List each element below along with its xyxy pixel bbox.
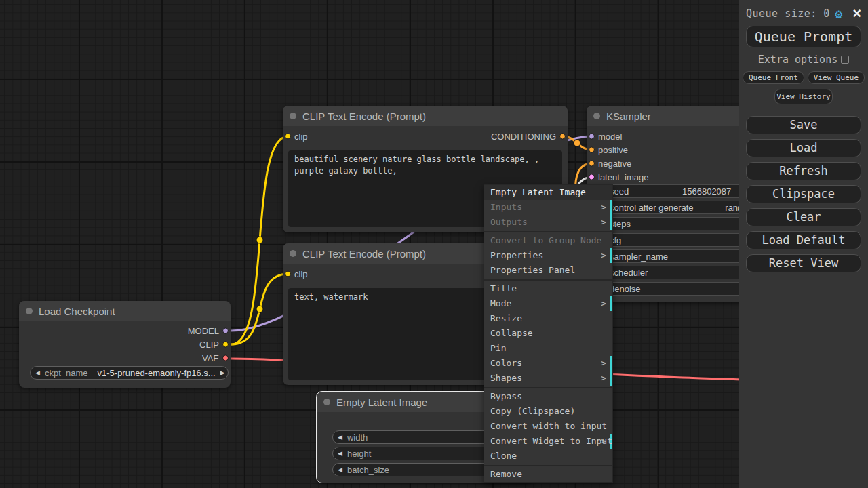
close-icon[interactable]: × bbox=[852, 6, 861, 21]
link-dot bbox=[256, 306, 263, 312]
output-slot-clip[interactable]: CLIP bbox=[19, 338, 231, 351]
output-slot-model[interactable]: MODEL bbox=[19, 324, 231, 338]
menu-separator bbox=[484, 465, 612, 466]
widget-value: v1-5-pruned-emaonly-fp16.s... bbox=[98, 368, 216, 378]
collapse-dot-icon[interactable] bbox=[26, 308, 33, 314]
input-slot-dot[interactable] bbox=[589, 134, 595, 140]
submenu-arrow-icon: > bbox=[601, 215, 606, 230]
collapse-dot-icon[interactable] bbox=[593, 113, 600, 119]
collapse-dot-icon[interactable] bbox=[323, 399, 330, 405]
input-slot-label: clip bbox=[294, 131, 308, 142]
widget-label: scheduler bbox=[610, 268, 648, 278]
collapse-dot-icon[interactable] bbox=[290, 250, 296, 257]
menu-item-properties-panel[interactable]: Properties Panel bbox=[484, 263, 612, 278]
node-title: Load Checkpoint bbox=[39, 306, 115, 317]
menu-item-inputs: Inputs> bbox=[484, 200, 612, 215]
link-dot bbox=[574, 140, 580, 146]
load-default-button[interactable]: Load Default bbox=[746, 231, 861, 249]
menu-item-clone[interactable]: Clone bbox=[484, 449, 612, 464]
menu-separator bbox=[484, 279, 612, 281]
menu-item-mode[interactable]: Mode> bbox=[484, 296, 612, 311]
menu-item-bypass[interactable]: Bypass bbox=[484, 389, 612, 404]
queue-front-button[interactable]: Queue Front bbox=[743, 71, 804, 84]
input-slot-clip[interactable] bbox=[285, 271, 291, 277]
input-slot-dot[interactable] bbox=[589, 174, 595, 180]
view-history-button[interactable]: View History bbox=[774, 89, 833, 104]
output-slot-conditioning[interactable] bbox=[559, 134, 566, 140]
menu-item-resize[interactable]: Resize bbox=[484, 311, 612, 326]
menu-item-shapes[interactable]: Shapes> bbox=[484, 371, 612, 386]
submenu-arrow-icon: > bbox=[601, 356, 606, 371]
decrement-arrow-icon[interactable]: ◀ bbox=[31, 369, 45, 376]
widget-label: denoise bbox=[610, 284, 641, 294]
node-title-bar[interactable]: CLIP Text Encode (Prompt) bbox=[283, 106, 568, 126]
load-button[interactable]: Load bbox=[746, 139, 861, 157]
node-title: CLIP Text Encode (Prompt) bbox=[302, 110, 426, 122]
menu-item-colors[interactable]: Colors> bbox=[484, 356, 612, 371]
submenu-arrow-icon: > bbox=[601, 434, 606, 449]
view-queue-button[interactable]: View Queue bbox=[808, 71, 865, 84]
node-title-bar[interactable]: Load Checkpoint bbox=[19, 301, 231, 321]
node-context-menu: Empty Latent Image Inputs>Outputs>Conver… bbox=[484, 184, 613, 483]
queue-size-label: Queue size: 0 bbox=[746, 7, 830, 20]
save-button[interactable]: Save bbox=[746, 116, 861, 134]
widget-label: control after generate bbox=[610, 203, 694, 213]
menu-item-outputs: Outputs> bbox=[484, 215, 612, 230]
decrement-arrow-icon[interactable]: ◀ bbox=[333, 434, 347, 441]
widget-label: width bbox=[347, 432, 368, 443]
input-slot-label: clip bbox=[294, 269, 308, 279]
decrement-arrow-icon[interactable]: ◀ bbox=[333, 450, 347, 457]
widget-label: sampler_name bbox=[610, 251, 668, 262]
context-menu-title: Empty Latent Image bbox=[484, 185, 612, 200]
clipspace-button[interactable]: Clipspace bbox=[746, 185, 861, 203]
refresh-button[interactable]: Refresh bbox=[746, 162, 861, 180]
submenu-arrow-icon: > bbox=[601, 371, 606, 386]
menu-separator bbox=[484, 231, 612, 232]
node-load-checkpoint[interactable]: Load Checkpoint MODELCLIPVAE ◀ ckpt_name… bbox=[19, 301, 231, 388]
menu-item-convert-width-to-input[interactable]: Convert width to input bbox=[484, 419, 612, 434]
link-dot bbox=[256, 237, 263, 243]
menu-item-title[interactable]: Title bbox=[484, 281, 612, 296]
node-graph-canvas[interactable]: CLIP Text Encode (Prompt) clip CONDITION… bbox=[0, 0, 868, 488]
node-title: KSampler bbox=[606, 110, 651, 122]
reset-view-button[interactable]: Reset View bbox=[746, 254, 861, 272]
input-slot-dot[interactable] bbox=[589, 147, 595, 153]
menu-separator bbox=[484, 387, 612, 388]
input-slot-label: latent_image bbox=[598, 172, 648, 182]
clear-button[interactable]: Clear bbox=[746, 208, 861, 226]
menu-item-collapse[interactable]: Collapse bbox=[484, 326, 612, 341]
gear-icon[interactable]: ⚙ bbox=[835, 7, 842, 20]
output-slot-dot[interactable] bbox=[222, 328, 229, 334]
comfy-menu-panel: Queue size: 0 ⚙ × Queue Prompt Extra opt… bbox=[739, 0, 868, 488]
output-slot-label: CLIP bbox=[199, 340, 219, 350]
widget-label: ckpt_name bbox=[45, 368, 88, 378]
extra-options-checkbox[interactable] bbox=[841, 56, 849, 64]
output-slot-label: VAE bbox=[202, 353, 219, 363]
output-slot-vae[interactable]: VAE bbox=[19, 351, 231, 365]
decrement-arrow-icon[interactable]: ◀ bbox=[333, 466, 347, 473]
extra-options-label: Extra options bbox=[758, 54, 837, 66]
menu-item-convert-widget-to-input[interactable]: Convert Widget to Input> bbox=[484, 434, 612, 449]
widget-label: height bbox=[347, 449, 371, 459]
queue-prompt-button[interactable]: Queue Prompt bbox=[746, 26, 861, 47]
menu-item-properties[interactable]: Properties> bbox=[484, 248, 612, 263]
ckpt-name-widget[interactable]: ◀ ckpt_name v1-5-pruned-emaonly-fp16.s..… bbox=[30, 366, 229, 380]
submenu-arrow-icon: > bbox=[601, 248, 606, 263]
menu-item-pin[interactable]: Pin bbox=[484, 341, 612, 356]
node-title: CLIP Text Encode (Prompt) bbox=[302, 248, 426, 260]
widget-label: batch_size bbox=[347, 465, 389, 475]
collapse-dot-icon[interactable] bbox=[290, 113, 296, 119]
output-slot-label: CONDITIONING bbox=[491, 131, 556, 142]
menu-item-remove[interactable]: Remove bbox=[484, 467, 612, 482]
output-slot-dot[interactable] bbox=[222, 342, 229, 348]
output-slot-dot[interactable] bbox=[222, 355, 229, 361]
increment-arrow-icon[interactable]: ▶ bbox=[216, 369, 229, 376]
node-title: Empty Latent Image bbox=[336, 396, 427, 408]
input-slot-clip[interactable] bbox=[285, 134, 291, 140]
input-slot-dot[interactable] bbox=[589, 161, 595, 167]
menu-item-copy-clipspace-[interactable]: Copy (Clipspace) bbox=[484, 404, 612, 419]
output-slot-label: MODEL bbox=[188, 326, 219, 336]
submenu-arrow-icon: > bbox=[601, 200, 606, 215]
input-slot-label: positive bbox=[598, 145, 628, 155]
menu-item-convert-to-group-node: Convert to Group Node bbox=[484, 233, 612, 248]
